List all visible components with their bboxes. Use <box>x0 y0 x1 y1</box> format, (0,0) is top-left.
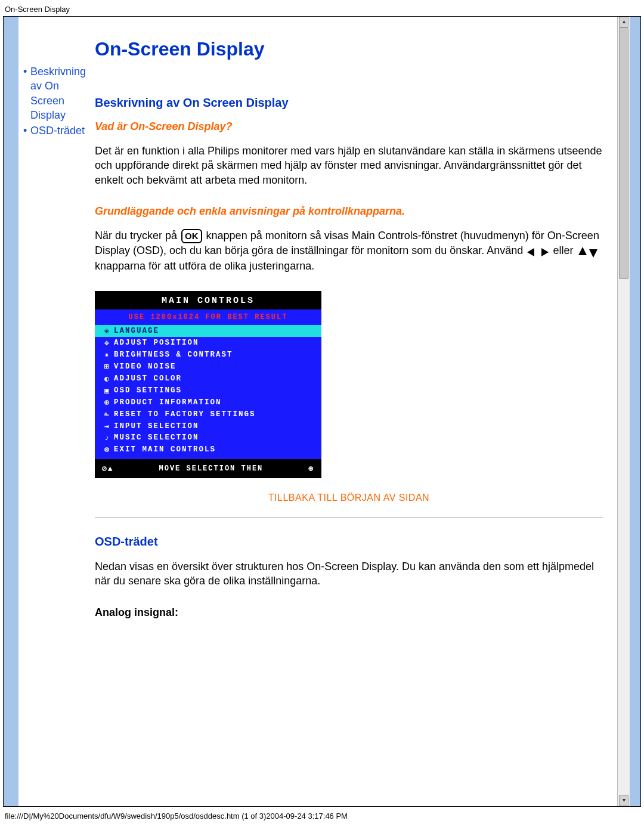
osd-menu-item[interactable]: ❀LANGUAGE <box>95 325 321 337</box>
sidebar-item-description[interactable]: • Beskrivning av On Screen Display <box>23 64 95 122</box>
osd-menu-item-label: VIDEO NOISE <box>114 363 177 371</box>
osd-menu-item-label: OSD SETTINGS <box>114 386 182 395</box>
paragraph-instructions: När du trycker på OK knappen på monitorn… <box>95 228 603 273</box>
osd-menu-item[interactable]: ⇥INPUT SELECTION <box>95 420 321 432</box>
position-icon: ✥ <box>101 338 114 348</box>
subheading-what-is-osd: Vad är On-Screen Display? <box>95 120 603 133</box>
music-icon: ♪ <box>101 433 114 442</box>
osd-menu-item-label: RESET TO FACTORY SETTINGS <box>114 410 256 419</box>
bullet-icon: • <box>23 64 30 122</box>
subheading-basic-instructions: Grundläggande och enkla anvisningar på k… <box>95 205 603 218</box>
osd-menu-item[interactable]: ✷BRIGHTNESS & CONTRAST <box>95 349 321 361</box>
osd-menu-item-label: INPUT SELECTION <box>114 422 199 431</box>
sidebar-link-label: Beskrivning av On Screen Display <box>30 64 95 122</box>
osd-menu-item[interactable]: ⊞VIDEO NOISE <box>95 361 321 373</box>
osd-panel-body: USE 1280x1024 FOR BEST RESULT ❀LANGUAGE✥… <box>95 309 321 459</box>
text-segment: När du trycker på <box>95 230 180 241</box>
osd-menu-item[interactable]: ✥ADJUST POSITION <box>95 337 321 349</box>
vertical-scrollbar[interactable]: ▴ ▾ <box>617 17 630 806</box>
osd-panel-title: MAIN CONTROLS <box>95 291 321 309</box>
svg-marker-3 <box>589 249 597 258</box>
osd-settings-icon: ▣ <box>101 386 114 395</box>
osd-menu-item[interactable]: ◐ADJUST COLOR <box>95 373 321 385</box>
page-footer-path: file:///D|/My%20Documents/dfu/W9/swedish… <box>0 807 644 825</box>
sidebar-nav: • Beskrivning av On Screen Display • OSD… <box>18 17 95 806</box>
back-to-top-link[interactable]: TILLBAKA TILL BÖRJAN AV SIDAN <box>95 493 603 503</box>
scroll-up-arrow-icon[interactable]: ▴ <box>619 17 628 27</box>
left-decorative-strip <box>4 17 18 806</box>
svg-marker-0 <box>527 248 534 256</box>
page-title: On-Screen Display <box>95 38 603 60</box>
scroll-down-arrow-icon[interactable]: ▾ <box>619 795 628 806</box>
osd-menu-item[interactable]: ⊕PRODUCT INFORMATION <box>95 397 321 408</box>
left-right-arrows-icon <box>527 244 549 258</box>
input-icon: ⇥ <box>101 422 114 431</box>
section-divider <box>95 518 603 518</box>
osd-menu-item-label: EXIT MAIN CONTROLS <box>114 445 216 454</box>
section-heading-description: Beskrivning av On Screen Display <box>95 96 603 110</box>
bullet-icon: • <box>23 123 30 138</box>
osd-menu-item[interactable]: ♪MUSIC SELECTION <box>95 432 321 444</box>
info-icon: ⊕ <box>101 398 114 407</box>
factory-icon: ⎁ <box>101 410 114 419</box>
osd-menu-item-label: ADJUST POSITION <box>114 339 199 347</box>
osd-menu-item[interactable]: ▣OSD SETTINGS <box>95 385 321 397</box>
osd-menu-item-label: MUSIC SELECTION <box>114 433 199 442</box>
brightness-icon: ✷ <box>101 350 114 360</box>
page-header-path: On-Screen Display <box>0 0 644 16</box>
analog-signal-heading: Analog insignal: <box>95 606 603 619</box>
osd-footer-text: MOVE SELECTION THEN <box>159 465 263 473</box>
text-segment: eller <box>553 244 576 256</box>
osd-footer-left-icons: ⊘▲ <box>102 464 114 473</box>
paragraph-intro: Det är en funktion i alla Philips monito… <box>95 144 603 187</box>
osd-menu-item-label: ADJUST COLOR <box>114 374 182 383</box>
globe-icon: ❀ <box>101 326 114 336</box>
osd-resolution-warning: USE 1280x1024 FOR BEST RESULT <box>95 311 321 325</box>
scrollbar-thumb[interactable] <box>619 27 628 279</box>
color-icon: ◐ <box>101 374 114 383</box>
sidebar-link-label: OSD-trädet <box>30 123 85 138</box>
osd-menu-item-label: BRIGHTNESS & CONTRAST <box>114 351 233 359</box>
sidebar-item-osd-tree[interactable]: • OSD-trädet <box>23 123 95 138</box>
svg-marker-2 <box>578 247 587 255</box>
osd-menu-item-label: LANGUAGE <box>114 327 159 335</box>
osd-main-controls-panel: MAIN CONTROLS USE 1280x1024 FOR BEST RES… <box>95 291 321 478</box>
osd-menu-item-label: PRODUCT INFORMATION <box>114 398 222 407</box>
section-heading-osd-tree: OSD-trädet <box>95 535 603 549</box>
osd-footer-right-icon: ⊛ <box>308 464 314 473</box>
noise-icon: ⊞ <box>101 362 114 371</box>
paragraph-osd-tree: Nedan visas en översikt över strukturen … <box>95 559 603 589</box>
osd-panel-footer: ⊘▲ MOVE SELECTION THEN ⊛ <box>95 459 321 478</box>
osd-menu-item[interactable]: ⎁RESET TO FACTORY SETTINGS <box>95 408 321 420</box>
up-down-arrows-icon <box>577 244 599 258</box>
content-area: • Beskrivning av On Screen Display • OSD… <box>18 17 617 806</box>
document-frame: • Beskrivning av On Screen Display • OSD… <box>3 16 641 807</box>
svg-marker-1 <box>541 248 549 256</box>
ok-button-icon: OK <box>181 229 202 243</box>
right-decorative-strip <box>630 17 640 806</box>
text-segment: knapparna för att utföra de olika juster… <box>95 260 314 272</box>
exit-icon: ⊗ <box>101 445 114 454</box>
main-content: On-Screen Display Beskrivning av On Scre… <box>95 17 617 806</box>
osd-menu-item[interactable]: ⊗EXIT MAIN CONTROLS <box>95 444 321 456</box>
